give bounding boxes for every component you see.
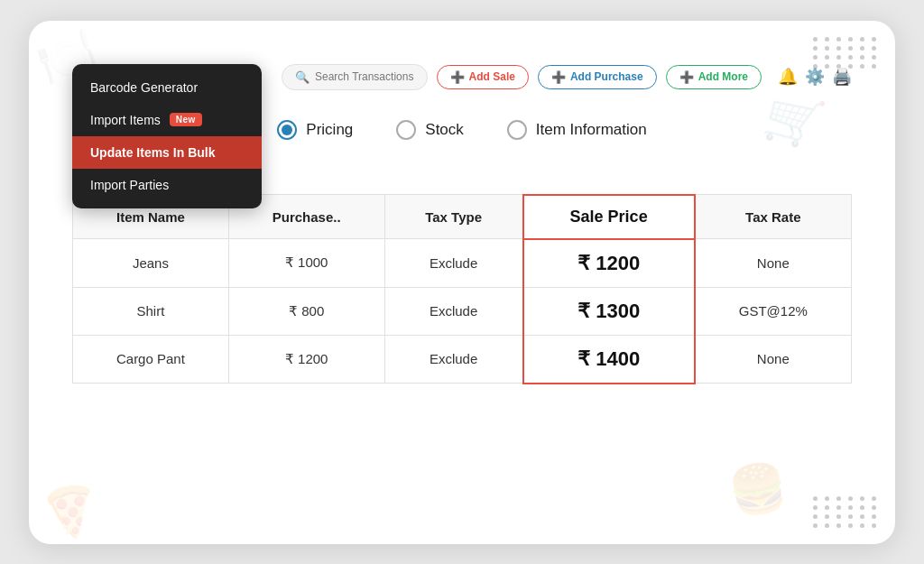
search-input[interactable] [315,70,414,83]
add-more-icon: ➕ [679,70,694,84]
print-icon[interactable]: 🖨️ [832,67,852,87]
add-purchase-label: Add Purchase [570,70,643,83]
tab-stock[interactable]: Stock [396,120,464,140]
topbar: 🔍 ➕ Add Sale ➕ Add Purchase ➕ Add More 🔔… [282,64,852,90]
cell-purchase: ₹ 1000 [228,239,384,288]
search-box[interactable]: 🔍 [282,64,428,90]
bell-icon[interactable]: 🔔 [778,67,798,87]
add-sale-label: Add Sale [469,70,515,83]
cell-tax-type: Exclude [384,287,523,335]
topbar-icons: 🔔 ⚙️ 🖨️ [778,67,852,87]
main-card: 🍽️ 🍕 🛒 🍔 Barcode Generator Import Items … [29,21,895,544]
cell-tax-rate: GST@12% [695,287,852,335]
col-header-tax-type: Tax Type [384,195,523,239]
cell-item-name: Jeans [73,239,229,288]
cell-tax-rate: None [695,335,852,384]
gear-icon[interactable]: ⚙️ [805,67,825,87]
cell-sale-price[interactable]: ₹ 1200 [523,239,695,288]
tab-item-information-label: Item Information [536,121,647,139]
add-more-button[interactable]: ➕ Add More [666,65,762,89]
add-sale-button[interactable]: ➕ Add Sale [437,65,529,89]
tab-item-information[interactable]: Item Information [507,120,647,140]
cell-tax-type: Exclude [384,335,523,384]
table-area: Item Name Purchase.. Tax Type Sale Price… [72,194,852,508]
add-sale-icon: ➕ [450,70,465,84]
cell-tax-rate: None [695,239,852,288]
cell-sale-price[interactable]: ₹ 1300 [523,287,695,335]
tab-pricing[interactable]: Pricing [277,120,353,140]
add-purchase-button[interactable]: ➕ Add Purchase [538,65,657,89]
table-row: Jeans ₹ 1000 Exclude ₹ 1200 None [73,239,852,288]
dropdown-item-parties[interactable]: Import Parties [72,169,262,201]
bulk-label: Update Items In Bulk [90,145,215,160]
dropdown-menu: Barcode Generator Import Items New Updat… [72,64,262,208]
col-header-sale-price: Sale Price [523,195,695,239]
new-badge: New [170,113,202,126]
radio-pricing [277,120,297,140]
cell-purchase: ₹ 800 [228,287,384,335]
add-more-label: Add More [698,70,748,83]
items-table: Item Name Purchase.. Tax Type Sale Price… [72,194,852,384]
parties-label: Import Parties [90,178,169,192]
dropdown-item-barcode[interactable]: Barcode Generator [72,71,262,104]
barcode-label: Barcode Generator [90,80,198,95]
cell-item-name: Cargo Pant [73,335,229,384]
add-purchase-icon: ➕ [551,70,566,84]
radio-stock [396,120,416,140]
tab-pricing-label: Pricing [306,121,353,139]
cell-tax-type: Exclude [384,239,523,288]
table-row: Shirt ₹ 800 Exclude ₹ 1300 GST@12% [73,287,852,335]
col-header-tax-rate: Tax Rate [695,195,852,239]
dropdown-item-bulk[interactable]: Update Items In Bulk [72,136,262,169]
search-icon: 🔍 [295,70,310,84]
cell-sale-price[interactable]: ₹ 1400 [523,335,695,384]
cell-item-name: Shirt [73,287,229,335]
table-row: Cargo Pant ₹ 1200 Exclude ₹ 1400 None [73,335,852,384]
dropdown-item-import[interactable]: Import Items New [72,104,262,136]
radio-item-info [507,120,527,140]
import-label: Import Items [90,113,161,127]
cell-purchase: ₹ 1200 [228,335,384,384]
tab-stock-label: Stock [425,121,464,139]
